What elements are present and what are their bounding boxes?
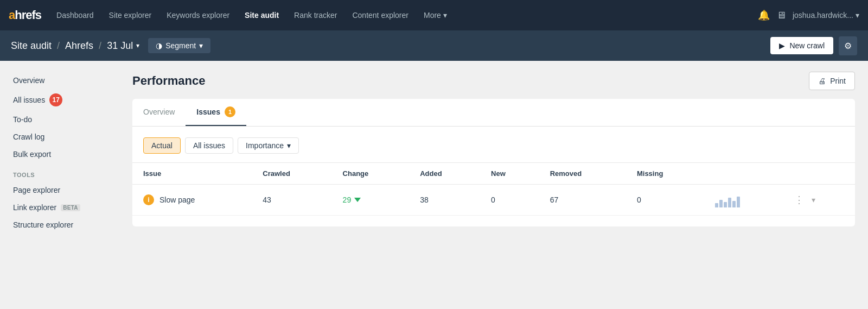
importance-chevron-icon: ▾ (287, 141, 291, 150)
sidebar-item-all-issues[interactable]: All issues 17 (0, 89, 119, 111)
col-added: Added (409, 163, 480, 185)
tab-issues[interactable]: Issues 1 (186, 99, 246, 126)
removed-cell: 67 (539, 185, 626, 216)
table-row: i Slow page 43 29 38 0 (132, 185, 855, 216)
all-issues-badge: 17 (49, 93, 62, 106)
nav-icons: 🔔 🖥 joshua.hardwick... ▾ (758, 9, 859, 21)
issue-name[interactable]: Slow page (159, 196, 195, 204)
nav-item-dashboard[interactable]: Dashboard (50, 7, 100, 24)
content-header: Performance 🖨 Print (132, 72, 855, 90)
issue-cell: i Slow page (132, 185, 252, 216)
logo-text: ahrefs (9, 8, 41, 22)
chart-bar (724, 202, 727, 207)
user-menu[interactable]: joshua.hardwick... ▾ (793, 11, 859, 20)
nav-item-more[interactable]: More ▾ (417, 7, 454, 24)
row-actions: ⋮ ▾ (791, 193, 844, 207)
col-new: New (480, 163, 539, 185)
col-issue: Issue (132, 163, 252, 185)
sidebar-item-page-explorer[interactable]: Page explorer (0, 181, 119, 199)
col-chart (704, 163, 780, 185)
added-cell: 38 (409, 185, 480, 216)
actions-cell: ⋮ ▾ (780, 185, 855, 216)
table-header-row: Issue Crawled Change Added New Removed M… (132, 163, 855, 185)
sidebar-item-structure-explorer[interactable]: Structure explorer (0, 216, 119, 234)
main-content: Performance 🖨 Print Overview Issues 1 Ac… (119, 61, 868, 309)
settings-button[interactable]: ⚙ (839, 36, 857, 55)
sidebar: Overview All issues 17 To-do Crawl log B… (0, 61, 119, 309)
filter-all-issues-button[interactable]: All issues (185, 137, 233, 154)
col-actions (780, 163, 855, 185)
beta-badge: BETA (61, 204, 80, 211)
chart-bar (728, 198, 731, 207)
nav-item-keywords-explorer[interactable]: Keywords explorer (160, 7, 236, 24)
breadcrumb: Site audit / Ahrefs / 31 Jul ▾ (11, 40, 139, 52)
mini-chart (715, 192, 769, 207)
sidebar-item-todo[interactable]: To-do (0, 111, 119, 128)
breadcrumb-part-1[interactable]: Site audit (11, 40, 52, 52)
breadcrumb-separator-1: / (57, 40, 60, 52)
display-icon[interactable]: 🖥 (776, 10, 786, 21)
nav-item-rank-tracker[interactable]: Rank tracker (288, 7, 343, 24)
col-removed: Removed (539, 163, 626, 185)
col-crawled: Crawled (252, 163, 331, 185)
new-crawl-button[interactable]: ▶ New crawl (770, 37, 833, 54)
tab-overview[interactable]: Overview (132, 99, 186, 126)
print-icon: 🖨 (818, 77, 826, 85)
issues-tab-badge: 1 (225, 106, 235, 117)
top-navigation: ahrefs Dashboard Site explorer Keywords … (0, 0, 868, 30)
chart-cell (704, 185, 780, 216)
chart-bar (732, 201, 736, 207)
new-cell: 0 (480, 185, 539, 216)
filter-actual-button[interactable]: Actual (143, 137, 181, 154)
chart-bar (719, 200, 723, 207)
issues-table: Issue Crawled Change Added New Removed M… (132, 163, 855, 216)
table-area: Actual All issues Importance ▾ Issue Cra… (132, 127, 855, 226)
notification-icon[interactable]: 🔔 (758, 9, 770, 21)
filter-row: Actual All issues Importance ▾ (132, 137, 855, 163)
play-icon: ▶ (779, 41, 785, 50)
breadcrumb-part-2[interactable]: Ahrefs (65, 40, 93, 52)
chart-bar (715, 203, 718, 207)
print-button[interactable]: 🖨 Print (809, 72, 855, 90)
change-cell: 29 (332, 185, 410, 216)
segment-chevron-icon: ▾ (199, 41, 203, 50)
issue-warning-icon: i (143, 194, 154, 205)
tabs-container: Overview Issues 1 (132, 99, 855, 127)
user-chevron-icon: ▾ (856, 11, 859, 20)
page-title: Performance (132, 74, 206, 88)
sidebar-item-overview[interactable]: Overview (0, 72, 119, 89)
breadcrumb-actions: ▶ New crawl ⚙ (770, 36, 857, 55)
more-options-icon[interactable]: ⋮ (791, 193, 807, 207)
logo[interactable]: ahrefs (9, 8, 41, 22)
nav-item-site-explorer[interactable]: Site explorer (103, 7, 158, 24)
breadcrumb-date[interactable]: 31 Jul ▾ (107, 40, 139, 52)
segment-pie-icon: ◑ (156, 41, 162, 50)
col-change: Change (332, 163, 410, 185)
change-arrow-down-icon (354, 198, 361, 202)
nav-item-content-explorer[interactable]: Content explorer (346, 7, 415, 24)
chart-bar (737, 197, 740, 207)
filter-importance-dropdown[interactable]: Importance ▾ (238, 137, 299, 154)
sidebar-item-bulk-export[interactable]: Bulk export (0, 146, 119, 163)
main-layout: Overview All issues 17 To-do Crawl log B… (0, 61, 868, 309)
breadcrumb-bar: Site audit / Ahrefs / 31 Jul ▾ ◑ Segment… (0, 30, 868, 61)
crawled-cell: 43 (252, 185, 331, 216)
missing-cell: 0 (626, 185, 704, 216)
chevron-down-icon: ▾ (443, 11, 447, 20)
breadcrumb-chevron-icon: ▾ (136, 42, 139, 49)
segment-button[interactable]: ◑ Segment ▾ (148, 38, 210, 53)
sidebar-item-link-explorer[interactable]: Link explorer BETA (0, 199, 119, 216)
tools-section-label: TOOLS (0, 163, 119, 181)
col-missing: Missing (626, 163, 704, 185)
sidebar-item-crawl-log[interactable]: Crawl log (0, 128, 119, 146)
nav-item-site-audit[interactable]: Site audit (238, 7, 285, 24)
expand-row-icon[interactable]: ▾ (812, 196, 815, 204)
gear-icon: ⚙ (844, 41, 852, 51)
breadcrumb-separator-2: / (99, 40, 101, 52)
